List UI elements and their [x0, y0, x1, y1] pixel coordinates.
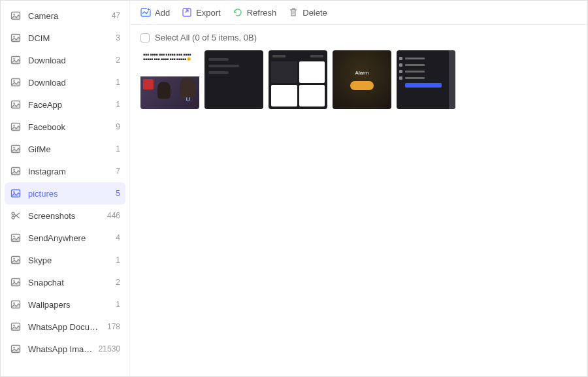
- toolbar: Add Export Refresh Delete: [130, 1, 587, 25]
- svg-point-9: [13, 103, 14, 104]
- sidebar-item-count: 1: [116, 100, 120, 109]
- thumbnail-item[interactable]: [397, 50, 455, 109]
- sidebar-item-wallpapers[interactable]: Wallpapers1: [1, 293, 129, 316]
- refresh-label: Refresh: [247, 8, 277, 18]
- image-icon: [10, 188, 22, 199]
- select-all-label: Select All (0 of 5 items, 0B): [155, 33, 257, 42]
- export-label: Export: [196, 8, 221, 18]
- image-icon: [10, 343, 22, 355]
- add-icon: [140, 7, 151, 18]
- thumbnail-item[interactable]: ■■■ ■■■■ ■■■ ■■■■■ ■■■ ■■■■ ■■■■■ ■■■ ■■…: [140, 50, 199, 109]
- sidebar-item-facebook[interactable]: Facebook9: [1, 116, 129, 138]
- select-all-checkbox[interactable]: [140, 33, 150, 42]
- thumb-alarm-label: Alarm: [355, 70, 369, 76]
- sidebar-item-download[interactable]: Download2: [1, 49, 129, 71]
- trash-icon: [288, 7, 299, 18]
- svg-point-15: [13, 169, 14, 171]
- sidebar-item-count: 1: [116, 144, 120, 154]
- sidebar-item-count: 1: [116, 255, 120, 265]
- sidebar-item-label: pictures: [28, 189, 112, 199]
- sidebar-item-count: 9: [116, 122, 120, 131]
- image-icon: [10, 54, 22, 66]
- app-window: Camera47DCIM3Download2Download1FaceApp1F…: [0, 0, 588, 377]
- svg-point-1: [13, 14, 14, 15]
- sidebar-item-count: 5: [116, 189, 120, 198]
- thumbnail-item[interactable]: Alarm: [333, 50, 391, 109]
- image-icon: [10, 321, 22, 333]
- add-button[interactable]: Add: [140, 7, 170, 18]
- svg-point-13: [13, 147, 14, 148]
- image-icon: [10, 76, 22, 88]
- sidebar-item-label: SendAnywhere: [28, 233, 112, 243]
- sidebar-item-count: 7: [116, 167, 120, 176]
- delete-button[interactable]: Delete: [288, 7, 327, 18]
- thumbnail-item[interactable]: [204, 50, 263, 109]
- scissors-icon: [10, 210, 22, 221]
- add-label: Add: [155, 8, 170, 18]
- sidebar-item-count: 1: [116, 300, 120, 309]
- sidebar-item-label: Wallpapers: [28, 300, 112, 310]
- sidebar-item-whatsapp-documents[interactable]: WhatsApp Documents178: [1, 316, 129, 338]
- sidebar-item-snapchat[interactable]: Snapchat2: [1, 271, 129, 293]
- sidebar-item-count: 3: [116, 33, 120, 42]
- sidebar-item-faceapp[interactable]: FaceApp1: [1, 93, 129, 116]
- export-icon: [182, 7, 192, 18]
- sidebar-item-label: Screenshots: [28, 211, 103, 221]
- sidebar: Camera47DCIM3Download2Download1FaceApp1F…: [1, 1, 130, 376]
- svg-point-31: [13, 347, 14, 348]
- svg-point-23: [13, 258, 14, 259]
- sidebar-item-instagram[interactable]: Instagram7: [1, 160, 129, 182]
- image-icon: [10, 121, 22, 133]
- sidebar-item-label: Download: [28, 78, 112, 88]
- sidebar-item-pictures[interactable]: pictures5: [5, 182, 125, 205]
- sidebar-item-label: Snapchat: [28, 278, 112, 287]
- select-bar: Select All (0 of 5 items, 0B): [130, 25, 587, 50]
- main-panel: Add Export Refresh Delete: [130, 1, 587, 376]
- sidebar-item-count: 2: [116, 278, 120, 287]
- sidebar-item-download[interactable]: Download1: [1, 71, 129, 93]
- image-icon: [10, 165, 22, 177]
- sidebar-item-count: 47: [112, 11, 120, 20]
- sidebar-item-count: 1: [116, 78, 120, 87]
- delete-label: Delete: [302, 8, 327, 18]
- sidebar-item-camera[interactable]: Camera47: [1, 5, 129, 27]
- svg-point-19: [12, 216, 14, 219]
- sidebar-item-gifme[interactable]: GifMe1: [1, 138, 129, 160]
- sidebar-item-count: 178: [107, 322, 120, 331]
- image-icon: [10, 10, 22, 22]
- sidebar-item-count: 446: [107, 211, 120, 220]
- sidebar-item-label: Facebook: [28, 122, 112, 132]
- sidebar-item-label: DCIM: [28, 33, 112, 43]
- svg-point-21: [13, 236, 14, 237]
- sidebar-item-dcim[interactable]: DCIM3: [1, 27, 129, 49]
- image-icon: [10, 99, 22, 110]
- svg-point-5: [13, 58, 14, 59]
- image-icon: [10, 232, 22, 244]
- refresh-icon: [233, 7, 243, 18]
- sidebar-item-count: 21530: [99, 344, 120, 353]
- sidebar-item-label: Skype: [28, 255, 112, 265]
- sidebar-item-label: Camera: [28, 11, 108, 21]
- sidebar-item-label: WhatsApp Images: [28, 344, 95, 354]
- sidebar-item-screenshots[interactable]: Screenshots446: [1, 205, 129, 227]
- sidebar-item-label: Download: [28, 56, 112, 65]
- thumbnail-grid: ■■■ ■■■■ ■■■ ■■■■■ ■■■ ■■■■ ■■■■■ ■■■ ■■…: [130, 50, 587, 120]
- refresh-button[interactable]: Refresh: [233, 7, 277, 18]
- svg-point-18: [12, 212, 14, 215]
- sidebar-item-whatsapp-images[interactable]: WhatsApp Images21530: [1, 338, 129, 360]
- export-button[interactable]: Export: [182, 7, 221, 18]
- svg-point-7: [13, 80, 14, 82]
- svg-point-27: [13, 303, 14, 304]
- sidebar-item-count: 4: [116, 233, 120, 242]
- sidebar-item-label: GifMe: [28, 144, 112, 154]
- image-icon: [10, 299, 22, 310]
- svg-point-11: [13, 125, 14, 126]
- sidebar-item-label: FaceApp: [28, 100, 112, 110]
- image-icon: [10, 254, 22, 266]
- sidebar-item-skype[interactable]: Skype1: [1, 249, 129, 271]
- image-icon: [10, 32, 22, 44]
- image-icon: [10, 276, 22, 288]
- thumbnail-item[interactable]: [269, 50, 327, 109]
- sidebar-item-label: WhatsApp Documents: [28, 322, 103, 332]
- sidebar-item-sendanywhere[interactable]: SendAnywhere4: [1, 227, 129, 249]
